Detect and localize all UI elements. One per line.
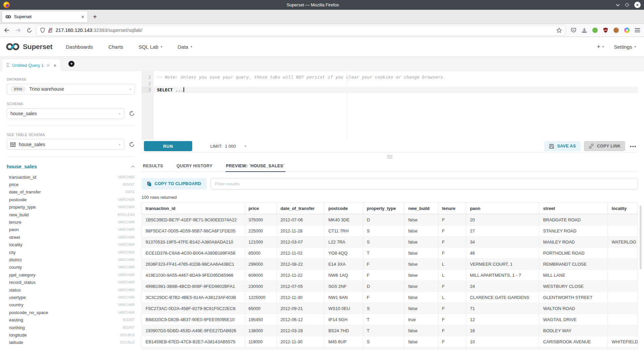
column-header-property-type[interactable]: property_type [363,203,405,214]
column-type: VARCHAR [118,198,135,202]
tab-preview-house-sales[interactable]: PREVIEW: `HOUSE_SALES` [225,161,285,172]
nav-item-label: Data [178,44,189,50]
limit-dropdown[interactable]: LIMIT: 1 000 ▾ [210,144,246,149]
caret-down-icon: ▾ [602,45,604,48]
table-cell: D [363,214,405,225]
query-tab-strip: Untitled Query 1 × + [0,57,644,71]
privacy-badger-icon[interactable] [592,28,598,33]
table-cell: WATERLOO [608,236,638,248]
copy-icon [147,181,152,186]
copy-link-button[interactable]: COPY LINK [584,141,626,151]
table-cell: GLENTWORTH STREET [539,292,608,303]
nav-item-data[interactable]: Data▾ [178,44,192,50]
table-cell: 195450 [245,314,277,325]
back-button[interactable] [4,28,9,33]
browser-tab-title: Superset [14,14,78,19]
column-name: latitude [9,340,23,345]
query-tab-close-icon[interactable]: × [53,63,56,68]
pocket-icon[interactable] [571,28,576,33]
schema-column-row: northingBIGINT [7,324,135,331]
nav-item-charts[interactable]: Charts [108,44,123,50]
column-header-postcode[interactable]: postcode [324,203,363,214]
column-header-new-build[interactable]: new_build [405,203,438,214]
insecure-lock-icon[interactable] [48,28,53,33]
table-cell: F [438,281,466,292]
table-cell [466,347,539,350]
pane-resize-handle[interactable] [142,153,638,161]
schema-column-row: longitudeDOUBLE [7,331,135,339]
collapse-chevron-icon[interactable] [131,165,135,168]
bookmark-star-icon[interactable] [556,28,562,33]
url-bar[interactable]: 217.160.120.143:32393/superset/sqllab/ [37,25,566,35]
schema-column-row: streetVARCHAR [7,233,135,241]
more-actions-button[interactable]: ••• [629,144,638,149]
window-maximize-button[interactable] [625,3,629,7]
query-tab[interactable]: Untitled Query 1 × [2,59,61,71]
column-name: usertype [9,295,26,300]
add-new-button[interactable]: +▾ [597,43,604,50]
table-cell [324,347,363,350]
results-scrollbar[interactable] [640,206,642,269]
refresh-table-icon[interactable] [129,141,135,147]
editor-code-line: SELECT ... [157,87,638,93]
superset-infinity-icon [5,42,20,51]
container-icon[interactable] [624,28,630,33]
editor-code-area[interactable]: -- Note: Unless you save your query, the… [154,71,638,140]
url-text[interactable]: 217.160.120.143:32393/superset/sqllab/ [56,28,553,33]
table-row: EB1459EB-67ED-47C8-B2E7-A38143AB55751190… [142,336,638,347]
menu-icon[interactable] [635,28,640,32]
copy-to-clipboard-button[interactable]: COPY TO CLIPBOARD [142,178,207,189]
tab-results[interactable]: RESULTS [142,161,164,172]
column-header-date-of-transfer[interactable]: date_of_transfer [277,203,325,214]
line-number: 3 [142,87,151,93]
drag-handle-icon[interactable] [7,63,9,67]
table-cell: 2012-08-22 [277,259,325,270]
refresh-schema-icon[interactable] [129,111,135,117]
save-as-button[interactable]: SAVE AS [544,141,581,151]
table-select[interactable]: house_sales ▾ [7,139,124,150]
nav-item-sql-lab[interactable]: SQL Lab▾ [139,44,162,50]
column-header-locality[interactable]: locality [608,203,638,214]
shield-icon[interactable] [40,28,45,33]
settings-menu[interactable]: Settings▾ [614,44,636,50]
schema-column-row: districtVARCHAR [7,256,135,263]
forward-button[interactable] [15,28,21,33]
ublock-icon[interactable]: uO [603,28,608,33]
table-cell: 2012-06-12 [277,314,325,325]
table-schema-title[interactable]: house_sales [7,164,37,169]
column-header-transaction-id[interactable]: transaction_id [142,203,245,214]
table-row: 499B1981-3B6B-4BCD-808F-9FED9802BFA12300… [142,281,638,292]
window-minimize-button[interactable] [616,4,620,6]
reload-button[interactable] [27,28,32,33]
column-header-street[interactable]: street [539,203,608,214]
database-select[interactable]: trino Trino warehouse ▾ [7,84,135,94]
cookie-icon[interactable] [613,28,619,33]
window-close-button[interactable]: × [634,2,641,8]
add-query-tab-button[interactable]: + [68,61,74,67]
column-type: DOUBLE [120,341,135,344]
schema-select[interactable]: house_sales ▾ [7,108,124,119]
settings-label: Settings [614,44,632,50]
browser-tab[interactable]: Superset × [2,11,88,22]
table-cell: false [405,248,438,259]
downloads-icon[interactable] [582,28,587,33]
superset-logo[interactable]: Superset [5,42,52,51]
table-cell: false [405,259,438,270]
sql-editor[interactable]: 1 2 3 -- Note: Unless you save your quer… [142,71,638,140]
run-button[interactable]: RUN [144,141,192,151]
new-browser-tab-button[interactable]: + [93,13,97,20]
nav-item-label: SQL Lab [139,44,158,50]
column-header-paon[interactable]: paon [466,203,539,214]
tab-label: PREVIEW: `HOUSE_SALES` [226,164,285,168]
column-name: tenure [9,220,21,225]
nav-item-dashboards[interactable]: Dashboards [66,44,93,50]
column-header-tenure[interactable]: tenure [438,203,466,214]
column-type: VARCHAR [118,280,135,284]
column-header-price[interactable]: price [245,203,277,214]
filter-results-input[interactable] [211,178,638,189]
tab-query-history[interactable]: QUERY HISTORY [176,161,213,172]
browser-tab-close-icon[interactable]: × [81,14,84,19]
table-cell: WS10 0EU [324,303,363,314]
line-number: 1 [142,74,151,80]
schema-column-row: latitudeDOUBLE [7,339,135,346]
